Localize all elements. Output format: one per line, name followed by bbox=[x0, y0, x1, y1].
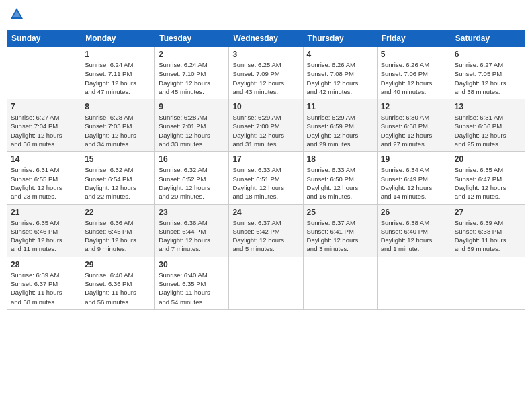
calendar-cell: 15Sunrise: 6:32 AM Sunset: 6:54 PM Dayli… bbox=[81, 152, 155, 204]
calendar-header-saturday: Saturday bbox=[451, 30, 525, 47]
day-info: Sunrise: 6:37 AM Sunset: 6:42 PM Dayligh… bbox=[232, 218, 299, 254]
day-number: 5 bbox=[381, 50, 447, 59]
calendar-cell: 26Sunrise: 6:38 AM Sunset: 6:40 PM Dayli… bbox=[377, 204, 451, 257]
day-number: 17 bbox=[232, 154, 299, 164]
day-info: Sunrise: 6:32 AM Sunset: 6:54 PM Dayligh… bbox=[85, 165, 151, 201]
calendar-table: SundayMondayTuesdayWednesdayThursdayFrid… bbox=[7, 30, 525, 310]
day-info: Sunrise: 6:29 AM Sunset: 6:59 PM Dayligh… bbox=[307, 113, 373, 148]
calendar-cell: 19Sunrise: 6:34 AM Sunset: 6:49 PM Dayli… bbox=[377, 152, 451, 204]
calendar-cell: 25Sunrise: 6:37 AM Sunset: 6:41 PM Dayli… bbox=[303, 204, 377, 257]
calendar-week-row: 7Sunrise: 6:27 AM Sunset: 7:04 PM Daylig… bbox=[7, 99, 525, 152]
day-info: Sunrise: 6:36 AM Sunset: 6:45 PM Dayligh… bbox=[85, 218, 151, 254]
day-info: Sunrise: 6:31 AM Sunset: 6:55 PM Dayligh… bbox=[11, 165, 77, 201]
day-info: Sunrise: 6:40 AM Sunset: 6:35 PM Dayligh… bbox=[159, 271, 225, 306]
day-number: 21 bbox=[11, 208, 77, 217]
calendar-header-wednesday: Wednesday bbox=[229, 30, 303, 47]
calendar-header-row: SundayMondayTuesdayWednesdayThursdayFrid… bbox=[7, 30, 525, 47]
calendar-cell: 13Sunrise: 6:31 AM Sunset: 6:56 PM Dayli… bbox=[451, 99, 525, 152]
calendar-cell: 21Sunrise: 6:35 AM Sunset: 6:46 PM Dayli… bbox=[7, 204, 81, 257]
day-info: Sunrise: 6:39 AM Sunset: 6:37 PM Dayligh… bbox=[11, 271, 77, 306]
calendar-header-tuesday: Tuesday bbox=[155, 30, 229, 47]
calendar-week-row: 28Sunrise: 6:39 AM Sunset: 6:37 PM Dayli… bbox=[7, 257, 525, 309]
day-info: Sunrise: 6:24 AM Sunset: 7:11 PM Dayligh… bbox=[85, 60, 151, 96]
calendar-cell: 27Sunrise: 6:39 AM Sunset: 6:38 PM Dayli… bbox=[451, 204, 525, 257]
day-number: 4 bbox=[307, 50, 373, 59]
calendar-cell: 8Sunrise: 6:28 AM Sunset: 7:03 PM Daylig… bbox=[81, 99, 155, 152]
day-number: 29 bbox=[85, 260, 151, 269]
day-number: 7 bbox=[11, 102, 77, 111]
calendar-cell: 24Sunrise: 6:37 AM Sunset: 6:42 PM Dayli… bbox=[229, 204, 303, 257]
day-number: 30 bbox=[159, 260, 225, 269]
calendar-cell: 14Sunrise: 6:31 AM Sunset: 6:55 PM Dayli… bbox=[7, 152, 81, 204]
day-info: Sunrise: 6:32 AM Sunset: 6:52 PM Dayligh… bbox=[159, 165, 225, 201]
calendar-week-row: 21Sunrise: 6:35 AM Sunset: 6:46 PM Dayli… bbox=[7, 204, 525, 257]
day-info: Sunrise: 6:26 AM Sunset: 7:08 PM Dayligh… bbox=[307, 60, 373, 96]
day-info: Sunrise: 6:26 AM Sunset: 7:06 PM Dayligh… bbox=[381, 60, 447, 96]
page-header bbox=[7, 7, 525, 24]
calendar-cell bbox=[7, 47, 81, 99]
day-info: Sunrise: 6:35 AM Sunset: 6:46 PM Dayligh… bbox=[11, 218, 77, 254]
day-number: 12 bbox=[381, 102, 447, 111]
day-number: 18 bbox=[307, 154, 373, 164]
day-number: 19 bbox=[381, 154, 447, 164]
day-number: 6 bbox=[455, 50, 521, 59]
logo-icon bbox=[9, 7, 24, 21]
day-info: Sunrise: 6:28 AM Sunset: 7:03 PM Dayligh… bbox=[85, 113, 151, 148]
day-info: Sunrise: 6:27 AM Sunset: 7:05 PM Dayligh… bbox=[455, 60, 521, 96]
day-number: 20 bbox=[455, 154, 521, 164]
day-number: 13 bbox=[455, 102, 521, 111]
day-info: Sunrise: 6:24 AM Sunset: 7:10 PM Dayligh… bbox=[159, 60, 225, 96]
day-info: Sunrise: 6:35 AM Sunset: 6:47 PM Dayligh… bbox=[455, 165, 521, 201]
day-info: Sunrise: 6:27 AM Sunset: 7:04 PM Dayligh… bbox=[11, 113, 77, 148]
calendar-header-friday: Friday bbox=[377, 30, 451, 47]
day-info: Sunrise: 6:39 AM Sunset: 6:38 PM Dayligh… bbox=[455, 218, 521, 254]
calendar-cell: 16Sunrise: 6:32 AM Sunset: 6:52 PM Dayli… bbox=[155, 152, 229, 204]
calendar-cell bbox=[377, 257, 451, 309]
day-number: 3 bbox=[232, 50, 299, 59]
day-info: Sunrise: 6:40 AM Sunset: 6:36 PM Dayligh… bbox=[85, 271, 151, 306]
calendar-cell bbox=[229, 257, 303, 309]
day-number: 25 bbox=[307, 208, 373, 217]
day-number: 26 bbox=[381, 208, 447, 217]
logo bbox=[9, 7, 26, 24]
day-number: 9 bbox=[159, 102, 225, 111]
calendar-cell: 28Sunrise: 6:39 AM Sunset: 6:37 PM Dayli… bbox=[7, 257, 81, 309]
day-info: Sunrise: 6:29 AM Sunset: 7:00 PM Dayligh… bbox=[232, 113, 299, 148]
calendar-cell: 9Sunrise: 6:28 AM Sunset: 7:01 PM Daylig… bbox=[155, 99, 229, 152]
calendar-cell: 20Sunrise: 6:35 AM Sunset: 6:47 PM Dayli… bbox=[451, 152, 525, 204]
day-info: Sunrise: 6:33 AM Sunset: 6:51 PM Dayligh… bbox=[232, 165, 299, 201]
calendar-header-monday: Monday bbox=[81, 30, 155, 47]
day-info: Sunrise: 6:37 AM Sunset: 6:41 PM Dayligh… bbox=[307, 218, 373, 254]
calendar-cell: 7Sunrise: 6:27 AM Sunset: 7:04 PM Daylig… bbox=[7, 99, 81, 152]
calendar-cell: 2Sunrise: 6:24 AM Sunset: 7:10 PM Daylig… bbox=[155, 47, 229, 99]
calendar-cell: 3Sunrise: 6:25 AM Sunset: 7:09 PM Daylig… bbox=[229, 47, 303, 99]
calendar-cell: 12Sunrise: 6:30 AM Sunset: 6:58 PM Dayli… bbox=[377, 99, 451, 152]
calendar-cell: 18Sunrise: 6:33 AM Sunset: 6:50 PM Dayli… bbox=[303, 152, 377, 204]
day-number: 11 bbox=[307, 102, 373, 111]
calendar-week-row: 1Sunrise: 6:24 AM Sunset: 7:11 PM Daylig… bbox=[7, 47, 525, 99]
day-info: Sunrise: 6:31 AM Sunset: 6:56 PM Dayligh… bbox=[455, 113, 521, 148]
calendar-cell: 5Sunrise: 6:26 AM Sunset: 7:06 PM Daylig… bbox=[377, 47, 451, 99]
calendar-header-thursday: Thursday bbox=[303, 30, 377, 47]
calendar-cell bbox=[451, 257, 525, 309]
calendar-cell bbox=[303, 257, 377, 309]
calendar-cell: 1Sunrise: 6:24 AM Sunset: 7:11 PM Daylig… bbox=[81, 47, 155, 99]
calendar-cell: 23Sunrise: 6:36 AM Sunset: 6:44 PM Dayli… bbox=[155, 204, 229, 257]
day-number: 23 bbox=[159, 208, 225, 217]
day-number: 10 bbox=[232, 102, 299, 111]
calendar-cell: 11Sunrise: 6:29 AM Sunset: 6:59 PM Dayli… bbox=[303, 99, 377, 152]
day-info: Sunrise: 6:25 AM Sunset: 7:09 PM Dayligh… bbox=[232, 60, 299, 96]
day-number: 24 bbox=[232, 208, 299, 217]
calendar-cell: 30Sunrise: 6:40 AM Sunset: 6:35 PM Dayli… bbox=[155, 257, 229, 309]
calendar-cell: 17Sunrise: 6:33 AM Sunset: 6:51 PM Dayli… bbox=[229, 152, 303, 204]
calendar-week-row: 14Sunrise: 6:31 AM Sunset: 6:55 PM Dayli… bbox=[7, 152, 525, 204]
calendar-header-sunday: Sunday bbox=[7, 30, 81, 47]
day-number: 2 bbox=[159, 50, 225, 59]
day-number: 8 bbox=[85, 102, 151, 111]
day-info: Sunrise: 6:36 AM Sunset: 6:44 PM Dayligh… bbox=[159, 218, 225, 254]
calendar-cell: 22Sunrise: 6:36 AM Sunset: 6:45 PM Dayli… bbox=[81, 204, 155, 257]
day-number: 28 bbox=[11, 260, 77, 269]
calendar-cell: 29Sunrise: 6:40 AM Sunset: 6:36 PM Dayli… bbox=[81, 257, 155, 309]
day-info: Sunrise: 6:34 AM Sunset: 6:49 PM Dayligh… bbox=[381, 165, 447, 201]
day-info: Sunrise: 6:28 AM Sunset: 7:01 PM Dayligh… bbox=[159, 113, 225, 148]
